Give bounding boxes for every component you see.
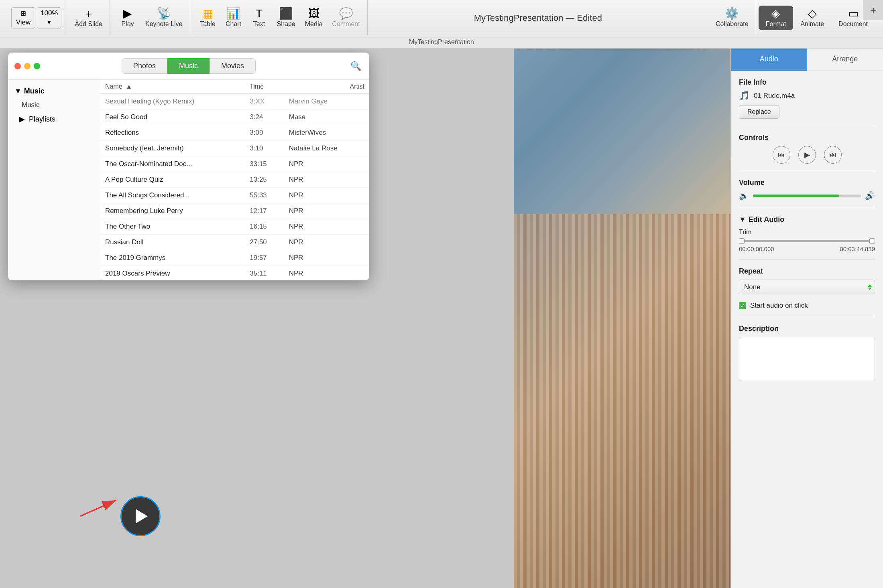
right-inspector-panel: Audio Arrange File Info 🎵 01 Rude.m4a Re… xyxy=(730,49,883,588)
start-audio-label: Start audio on click xyxy=(750,302,808,310)
col-name: Name ▲ xyxy=(100,80,245,94)
play-group: ▶ Play 📡 Keynote Live xyxy=(112,0,190,36)
music-table-row[interactable]: Somebody (feat. Jeremih)3:10Natalie La R… xyxy=(100,141,369,156)
song-time: 55:33 xyxy=(245,188,284,203)
close-dot[interactable] xyxy=(14,63,21,69)
format-icon: ◈ xyxy=(771,8,780,19)
music-section-header[interactable]: ▼ Music xyxy=(8,84,100,99)
animate-label: Animate xyxy=(800,20,824,28)
music-table-row[interactable]: Feel So Good3:24Mase xyxy=(100,109,369,125)
document-label: Document xyxy=(838,20,868,28)
zoom-button[interactable]: 100% ▾ xyxy=(37,7,61,28)
comment-button[interactable]: 💬 Comment xyxy=(328,6,364,30)
trim-handle-right[interactable] xyxy=(869,238,875,244)
play-button[interactable]: ▶ Play xyxy=(116,6,140,30)
song-name: Russian Doll xyxy=(100,235,245,250)
song-artist: Marvin Gaye xyxy=(284,94,369,109)
media-picker-modal: Photos Music Movies 🔍 ▼ Mu xyxy=(8,53,369,280)
audio-play-button[interactable] xyxy=(120,496,161,536)
add-panel-button[interactable]: ＋ xyxy=(863,0,883,20)
volume-row: 🔈 🔊 xyxy=(739,191,875,201)
modal-body: ▼ Music Music ▶ Playlists xyxy=(8,80,369,280)
media-button[interactable]: 🖼 Media xyxy=(301,6,327,30)
song-artist: NPR xyxy=(284,235,369,250)
view-group: ⊞ View 100% ▾ xyxy=(8,0,65,36)
animate-button[interactable]: ◇ Animate xyxy=(793,6,831,30)
start-audio-row: ✓ Start audio on click xyxy=(739,302,875,310)
song-name: The 2019 Grammys xyxy=(100,250,245,266)
table-icon: ▦ xyxy=(203,8,213,19)
music-table-row[interactable]: Sexual Healing (Kygo Remix)3:XXMarvin Ga… xyxy=(100,94,369,109)
table-button[interactable]: ▦ Table xyxy=(196,6,220,30)
divider-3 xyxy=(739,208,875,208)
description-section: Description xyxy=(739,324,875,383)
tab-audio[interactable]: Audio xyxy=(731,49,807,71)
text-button[interactable]: T Text xyxy=(247,6,271,30)
edit-audio-header[interactable]: ▼ Edit Audio xyxy=(739,215,875,224)
collaborate-group: ⚙️ Collaborate xyxy=(708,0,756,36)
col-artist: Artist xyxy=(284,80,369,94)
animate-icon: ◇ xyxy=(808,8,817,19)
tab-music[interactable]: Music xyxy=(167,58,210,74)
trim-handle-left[interactable] xyxy=(739,238,745,244)
search-icon[interactable]: 🔍 xyxy=(350,61,361,71)
format-button[interactable]: ◈ Format xyxy=(759,6,793,30)
song-artist: MisterWives xyxy=(284,125,369,141)
fast-forward-button[interactable]: ⏭ xyxy=(824,146,842,164)
playlists-section-header[interactable]: ▶ Playlists xyxy=(8,112,100,127)
music-disclosure-icon: ▼ xyxy=(14,87,22,95)
minimize-dot[interactable] xyxy=(24,63,31,69)
chart-button[interactable]: 📊 Chart xyxy=(222,6,246,30)
red-arrow-indicator xyxy=(76,496,124,520)
sort-indicator: ▲ xyxy=(126,83,132,90)
music-table-row[interactable]: The All Songs Considered...55:33NPR xyxy=(100,188,369,203)
song-artist: Mase xyxy=(284,109,369,125)
maximize-dot[interactable] xyxy=(34,63,40,69)
song-time: 27:50 xyxy=(245,235,284,250)
description-textarea[interactable] xyxy=(739,337,875,381)
replace-button[interactable]: Replace xyxy=(739,105,779,119)
song-time: 3:10 xyxy=(245,141,284,156)
city-layer xyxy=(514,214,730,588)
slide-background-image xyxy=(514,49,730,588)
trim-slider[interactable] xyxy=(739,240,875,242)
chart-label: Chart xyxy=(226,20,241,28)
tab-movies[interactable]: Movies xyxy=(210,58,256,74)
add-slide-icon: ＋ xyxy=(83,8,94,19)
window-title: MyTestingPresentation — Edited xyxy=(370,13,706,23)
music-table-row[interactable]: The 2019 Grammys19:57NPR xyxy=(100,250,369,266)
tab-photos[interactable]: Photos xyxy=(122,58,167,74)
keynote-live-button[interactable]: 📡 Keynote Live xyxy=(141,6,187,30)
edit-audio-section: ▼ Edit Audio Trim 00:00:00.000 00:03:44.… xyxy=(739,215,875,252)
repeat-select[interactable]: None Loop Loop Back and Forth xyxy=(739,280,875,294)
music-table-row[interactable]: 2019 Oscars Preview35:11NPR xyxy=(100,266,369,281)
music-table-row[interactable]: The Oscar-Nominated Doc...33:15NPR xyxy=(100,156,369,172)
music-table-row[interactable]: Remembering Luke Perry12:17NPR xyxy=(100,203,369,219)
add-slide-button[interactable]: ＋ Add Slide xyxy=(71,6,106,30)
document-icon: ▭ xyxy=(848,8,859,19)
sidebar-item-music[interactable]: Music xyxy=(8,99,100,112)
volume-section: Volume 🔈 🔊 xyxy=(739,178,875,201)
play-pause-button[interactable]: ▶ xyxy=(798,146,816,164)
view-button[interactable]: ⊞ View xyxy=(11,7,35,28)
music-table-row[interactable]: Russian Doll27:50NPR xyxy=(100,235,369,250)
controls-row: ⏮ ▶ ⏭ xyxy=(739,146,875,164)
zoom-label: 100% xyxy=(41,9,58,17)
collaborate-button[interactable]: ⚙️ Collaborate xyxy=(712,6,753,30)
modal-traffic-lights xyxy=(14,63,40,69)
tab-arrange[interactable]: Arrange xyxy=(807,49,883,71)
song-time: 12:17 xyxy=(245,203,284,219)
start-audio-checkbox[interactable]: ✓ xyxy=(739,302,746,309)
rewind-button[interactable]: ⏮ xyxy=(773,146,790,164)
music-table: Name ▲ Time Artist xyxy=(100,80,369,280)
trim-end-time: 00:03:44.839 xyxy=(840,245,875,252)
song-name: Reflections xyxy=(100,125,245,141)
music-list-container[interactable]: Name ▲ Time Artist xyxy=(100,80,369,280)
music-table-row[interactable]: The Other Two16:15NPR xyxy=(100,219,369,235)
volume-slider[interactable] xyxy=(753,195,861,197)
trim-start-time: 00:00:00.000 xyxy=(739,245,774,252)
music-table-row[interactable]: Reflections3:09MisterWives xyxy=(100,125,369,141)
volume-low-icon: 🔈 xyxy=(739,191,749,201)
music-table-row[interactable]: A Pop Culture Quiz13:25NPR xyxy=(100,172,369,188)
shape-button[interactable]: ⬛ Shape xyxy=(273,6,299,30)
